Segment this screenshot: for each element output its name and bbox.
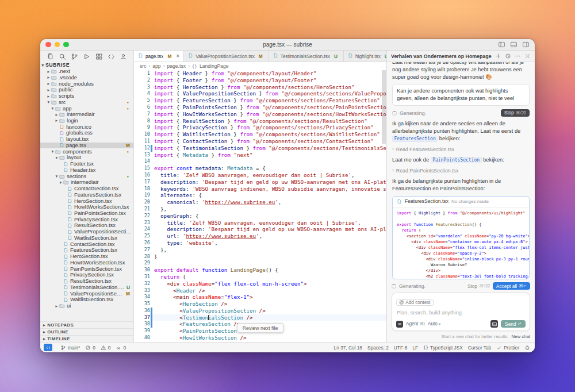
tree-item-resultsection-tsx[interactable]: ResultSection.tsx xyxy=(40,222,133,229)
code-line[interactable]: 30export default function LandingPage() … xyxy=(134,267,386,274)
code-line[interactable]: 5import { FeaturesSection } from "@/comp… xyxy=(134,97,386,104)
extensions-icon[interactable] xyxy=(95,53,103,60)
code-line[interactable]: 18 keywords: 'WBSO aanvraag indienen, WB… xyxy=(134,186,386,193)
tab-valuepropositionsection-tsx[interactable]: ValuePropositionSection.tsxM xyxy=(184,51,269,62)
editor-scrollbar[interactable] xyxy=(382,70,386,144)
tab-testimonialssection-tsx[interactable]: TestimonialsSection.tsxU xyxy=(269,51,344,62)
tree-item-featuressection-tsx[interactable]: FeaturesSection.tsx xyxy=(40,247,133,253)
tree-item-sections[interactable]: ▾sections● xyxy=(40,173,133,179)
explorer-root[interactable]: ▾SUBRISE xyxy=(40,62,133,68)
status-formatter[interactable]: Prettier xyxy=(496,345,519,351)
tree-item-login[interactable]: ▸login xyxy=(40,118,133,124)
close-panel-icon[interactable] xyxy=(524,53,531,59)
model-select[interactable]: Auto▾ xyxy=(428,321,440,326)
tool-call-row[interactable]: ›Read FeaturesSection.tsx xyxy=(392,146,530,153)
zoom-window-button[interactable] xyxy=(63,42,69,48)
tree-item-header-tsx[interactable]: Header.tsx xyxy=(40,167,133,173)
new-chat-button[interactable]: New chat xyxy=(511,334,530,339)
review-next-file-button[interactable]: Review next file xyxy=(237,323,284,333)
status-language-mode[interactable]: {}TypeScript JSX xyxy=(423,345,463,351)
tab-page-tsx[interactable]: page.tsxM× xyxy=(134,51,184,62)
code-line[interactable]: 23 title: 'Zelf WBSO aanvragen, eenvoudi… xyxy=(134,220,386,226)
tree-item-globals-css[interactable]: globals.css xyxy=(40,130,133,136)
history-icon[interactable] xyxy=(505,53,511,59)
close-window-button[interactable] xyxy=(45,42,51,48)
layout-sidebar-left-icon[interactable] xyxy=(498,41,505,48)
remote-indicator[interactable] xyxy=(44,344,52,351)
inline-code-chip[interactable]: FeaturesSection xyxy=(392,136,438,142)
code-line[interactable]: 13import { Metadata } from "next" xyxy=(134,152,386,159)
remote-icon[interactable] xyxy=(108,53,115,60)
stop-button[interactable]: Stop⌘⌫ xyxy=(467,283,490,289)
close-icon[interactable]: × xyxy=(176,53,179,59)
code-line[interactable]: 25 url: 'https://www.subrise.eu', xyxy=(134,233,386,240)
inline-code-chip[interactable]: PainPointsSection xyxy=(431,157,482,163)
agent-mode-select[interactable]: Agent⌘I xyxy=(406,321,425,326)
tree-item-app[interactable]: ▾app● xyxy=(40,105,133,112)
tree-item-testimonialssection-tsx[interactable]: TestimonialsSection.tsxU xyxy=(40,284,133,290)
status-git-branch[interactable]: main* xyxy=(60,345,80,351)
tree-item-favicon-ico[interactable]: favicon.ico xyxy=(40,124,133,130)
code-line[interactable]: 6import { PainPointsSection } from "@/co… xyxy=(134,104,386,111)
tree-item-privacysection-tsx[interactable]: PrivacySection.tsx xyxy=(40,272,133,278)
more-icon[interactable] xyxy=(515,53,521,59)
account-icon[interactable] xyxy=(120,53,127,60)
tree-item-ui[interactable]: ▸ui xyxy=(40,303,133,309)
tool-call-row[interactable]: ›Read PainPointsSection.tsx xyxy=(392,167,530,174)
code-line[interactable]: 10import { WaitlistSection } from "@/com… xyxy=(134,131,386,138)
tree-item-intermediair[interactable]: ▸intermediair xyxy=(40,112,133,118)
add-context-button[interactable]: @Add context xyxy=(396,299,434,306)
status-indentation[interactable]: Spaces: 2 xyxy=(367,345,389,351)
tree-item-page-tsx[interactable]: page.tsxM xyxy=(40,143,133,149)
tree-item-layout-tsx[interactable]: layout.tsx xyxy=(40,136,133,143)
code-line[interactable]: 36 <ValuePropositionSection /> xyxy=(134,308,386,314)
code-line[interactable]: 12import { TestimonialsSection } from "@… xyxy=(134,145,386,152)
minimize-window-button[interactable] xyxy=(55,42,60,48)
code-line[interactable]: 8import { ResultSection } from "@/compon… xyxy=(134,118,386,125)
tree-item-scripts[interactable]: ▸scripts xyxy=(40,93,133,99)
chat-input-placeholder[interactable]: Plan, search, build anything xyxy=(397,310,525,316)
code-line[interactable]: 29 xyxy=(134,260,386,267)
code-line[interactable]: 21 }, xyxy=(134,206,386,213)
code-line[interactable]: 37 <TestimonialsSection /> xyxy=(134,314,386,321)
tree-item-src[interactable]: ▾src● xyxy=(40,99,133,105)
status-eol[interactable]: LF xyxy=(412,345,418,351)
breadcrumb-item[interactable]: page.tsx xyxy=(167,63,186,69)
status-notifications[interactable] xyxy=(524,345,530,351)
tree-item-painpointssection-tsx[interactable]: PainPointsSection.tsx xyxy=(40,210,133,217)
code-block-card[interactable]: FeaturesSection.tsxNo changes madeimport… xyxy=(392,196,530,279)
status-warnings[interactable]: 0 xyxy=(101,345,111,351)
code-line[interactable]: 11import { ContactSection } from "@/comp… xyxy=(134,138,386,145)
code-line[interactable]: 7import { HowItWorksSection } from "@/co… xyxy=(134,111,386,118)
code-line[interactable]: 15export const metadata: Metadata = { xyxy=(134,165,386,172)
tree-item-painpointssection-tsx[interactable]: PainPointsSection.tsx xyxy=(40,266,133,272)
code-line[interactable]: 28} xyxy=(134,253,386,260)
accept-all-button[interactable]: Accept all⌘↵ xyxy=(493,282,530,290)
code-line[interactable]: 14 xyxy=(134,158,386,165)
search-icon[interactable] xyxy=(59,53,66,60)
tree-item-next[interactable]: ▸.next xyxy=(40,68,133,75)
tree-item-privacysection-tsx[interactable]: PrivacySection.tsx xyxy=(40,216,133,222)
tree-item-valuepropositionsection-tsx[interactable]: ValuePropositionSection.tsx xyxy=(40,229,133,235)
run-debug-icon[interactable] xyxy=(83,53,90,60)
tree-item-herosection-tsx[interactable]: HeroSection.tsx xyxy=(40,198,133,204)
tree-item-resultsection-tsx[interactable]: ResultSection.tsx xyxy=(40,278,133,285)
code-line[interactable]: 20 canonical: 'https://www.subrise.eu', xyxy=(134,199,386,206)
tree-item-layout[interactable]: ▾layout xyxy=(40,155,133,161)
code-line[interactable]: 32 <div className="flex flex-col min-h-s… xyxy=(134,280,386,287)
code-line[interactable]: 26 type: 'website', xyxy=(134,240,386,247)
explorer-tree[interactable]: ▾SUBRISE▸.next▸.vscode▸node_modules▸publ… xyxy=(40,62,133,321)
breadcrumb-item[interactable]: LandingPage xyxy=(200,63,229,69)
image-button[interactable] xyxy=(490,320,498,328)
code-line[interactable]: 19 alternates: { xyxy=(134,192,386,199)
layout-sidebar-right-icon[interactable] xyxy=(522,41,530,48)
status-errors[interactable]: 0 xyxy=(85,345,95,351)
code-line[interactable]: 35 <HeroSection /> xyxy=(134,301,386,308)
code-line[interactable]: 22 openGraph: { xyxy=(134,213,386,220)
status-encoding[interactable]: UTF-8 xyxy=(394,345,408,351)
tree-item-waitlistsection-tsx[interactable]: WaitlistSection.tsx xyxy=(40,235,133,241)
status-cursor-position[interactable]: Ln 37, Col 18 xyxy=(334,345,362,351)
code-line[interactable]: 27 }, xyxy=(134,247,386,253)
code-line[interactable]: 9import { PrivacySection } from "@/compo… xyxy=(134,124,386,131)
status-cursor-tab[interactable]: Cursor Tab xyxy=(468,345,491,351)
